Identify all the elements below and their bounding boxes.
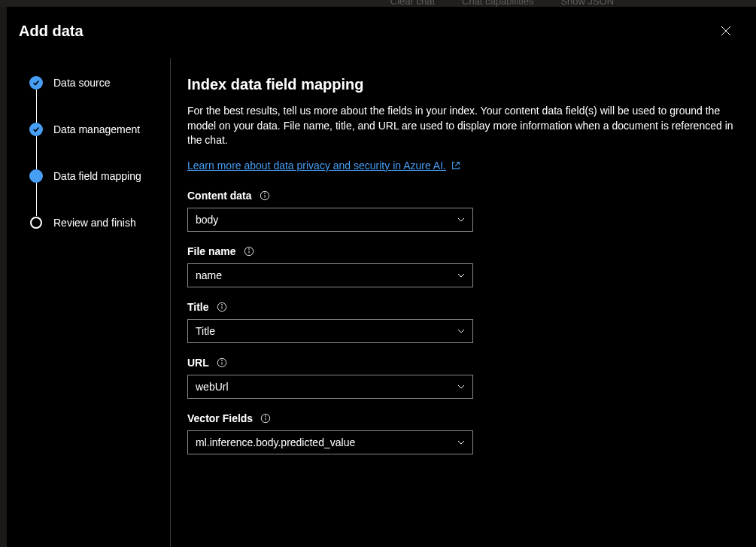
svg-point-11: [221, 304, 222, 305]
background-toolbar: Clear chat Chat capabilities Show JSON: [0, 0, 756, 7]
select-wrapper: [187, 263, 473, 287]
label-vector-fields: Vector Fields: [187, 412, 738, 424]
modal-header: Add data: [7, 7, 756, 58]
step-indicator-completed: [29, 76, 43, 90]
learn-more-text: Learn more about data privacy and securi…: [187, 160, 446, 172]
svg-point-8: [248, 248, 249, 249]
step-connector: [36, 183, 37, 216]
bg-chat-capabilities: Chat capabilities: [456, 0, 539, 7]
select-url[interactable]: [187, 375, 473, 399]
select-wrapper: [187, 319, 473, 343]
content-area: Index data field mapping For the best re…: [171, 58, 756, 547]
field-content-data: Content data: [187, 190, 738, 232]
field-vector-fields: Vector Fields: [187, 412, 738, 454]
select-wrapper: [187, 430, 473, 454]
svg-point-17: [266, 415, 266, 416]
checkmark-icon: [32, 79, 40, 87]
field-url: URL: [187, 357, 738, 399]
learn-more-link[interactable]: Learn more about data privacy and securi…: [187, 160, 461, 172]
select-vector-fields[interactable]: [187, 430, 473, 454]
label-file-name: File name: [187, 245, 738, 257]
steps-list: Data source Data management Data field m…: [29, 76, 158, 229]
info-icon[interactable]: [260, 413, 271, 424]
page-title: Index data field mapping: [187, 76, 738, 93]
step-indicator-completed: [29, 123, 43, 136]
field-title: Title: [187, 301, 738, 343]
select-file-name[interactable]: [187, 263, 473, 287]
step-review-finish[interactable]: Review and finish: [29, 216, 158, 229]
close-icon: [721, 26, 731, 36]
step-label: Data source: [53, 77, 110, 89]
bg-show-json: Show JSON: [554, 0, 620, 7]
label-title: Title: [187, 301, 738, 313]
step-label: Data field mapping: [53, 170, 141, 182]
steps-sidebar: Data source Data management Data field m…: [7, 58, 171, 547]
step-data-source[interactable]: Data source: [29, 76, 158, 90]
close-button[interactable]: [714, 19, 738, 43]
label-content-data: Content data: [187, 190, 738, 202]
select-wrapper: [187, 375, 473, 399]
modal-title: Add data: [19, 23, 83, 40]
add-data-modal: Add data Data source: [7, 7, 756, 547]
select-content-data[interactable]: [187, 208, 473, 232]
bg-clear-chat: Clear chat: [384, 0, 441, 7]
select-title[interactable]: [187, 319, 473, 343]
info-icon[interactable]: [244, 246, 254, 257]
step-connector: [36, 90, 37, 123]
step-indicator-pending: [30, 217, 42, 229]
modal-body: Data source Data management Data field m…: [7, 58, 756, 547]
step-data-field-mapping[interactable]: Data field mapping: [29, 169, 158, 183]
step-label: Data management: [53, 123, 140, 135]
label-url: URL: [187, 357, 738, 369]
svg-line-2: [455, 162, 459, 166]
checkmark-icon: [32, 126, 40, 133]
svg-point-14: [221, 360, 222, 360]
info-icon[interactable]: [217, 302, 227, 312]
info-icon[interactable]: [260, 190, 270, 201]
step-indicator-current: [29, 169, 43, 183]
external-link-icon: [451, 160, 461, 171]
select-wrapper: [187, 208, 473, 232]
page-description: For the best results, tell us more about…: [187, 104, 738, 148]
field-file-name: File name: [187, 245, 738, 287]
step-label: Review and finish: [53, 217, 136, 229]
step-connector: [36, 136, 37, 169]
svg-point-5: [264, 193, 265, 193]
step-data-management[interactable]: Data management: [29, 123, 158, 136]
info-icon[interactable]: [217, 357, 227, 368]
